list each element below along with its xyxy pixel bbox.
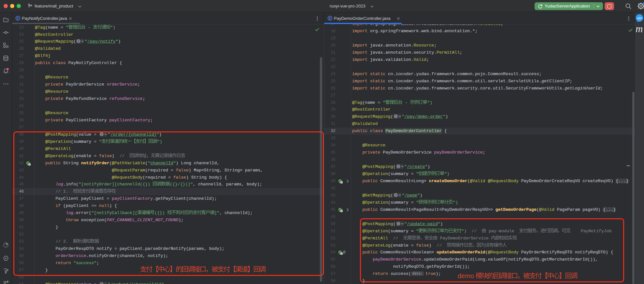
svg-text:C: C: [329, 16, 331, 20]
svg-text:</>: </>: [637, 17, 642, 20]
svg-text:C: C: [17, 16, 19, 20]
